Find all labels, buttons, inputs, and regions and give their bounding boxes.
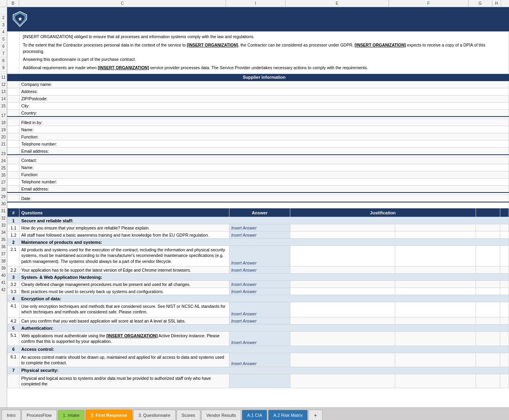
q-6-1-text: An access control matrix should be drawn… — [19, 353, 229, 367]
col-header-g: G — [468, 0, 492, 7]
q-4-1-text: Use only encryption techniques and metho… — [19, 302, 229, 317]
section-1-row: 1 Secure and reliable staff: — [8, 217, 509, 224]
country-row: Country: — [8, 109, 509, 117]
zip-label: ZIP/Postcode: — [19, 95, 509, 102]
row-numbers: 2 3 4 5 6 7 8 9 11 12 13 14 15 17 18 19 … — [0, 7, 7, 407]
intro-line1: [INSERT ORGANIZATION] obliged to ensure … — [23, 34, 254, 39]
q-5-1-answer[interactable]: Insert Answer — [229, 332, 290, 346]
logo-row: ★ — [8, 8, 509, 31]
section-6-label: Access control: — [19, 346, 509, 353]
q-4-2-text: Can you confirm that you web based appli… — [19, 317, 229, 325]
logo-cell: ★ — [8, 8, 509, 31]
col-header-f: F — [389, 0, 468, 7]
email-label-1: Email address: — [19, 148, 509, 155]
section-1-label: Secure and reliable staff: — [19, 217, 509, 224]
function-row-1: Function: — [8, 133, 509, 140]
section-5-row: 5 Authentication: — [8, 325, 509, 332]
intro-line3: Answering this questionnaire is part of … — [23, 56, 505, 63]
telephone-label-2: Telephone number: — [19, 178, 509, 185]
shield-logo-svg: ★ — [12, 11, 28, 27]
num-header: # — [8, 208, 19, 217]
name-row-2: Name: — [8, 164, 509, 171]
q-1-1-row: 1.1 How do you ensure that your employee… — [8, 224, 509, 231]
tab-1-intake[interactable]: 1. Intake — [58, 410, 85, 420]
tab-a2-risk-matrix[interactable]: A.2 Risk Matrix — [268, 410, 308, 420]
section-4-label: Encryption of data: — [19, 295, 509, 302]
q-2-1-row: 2.1 All products and systems used for th… — [8, 246, 509, 266]
email-row-2: Email address: — [8, 185, 509, 192]
company-name-row: Company name: — [8, 81, 509, 88]
filled-in-row: Filled in by: — [8, 119, 509, 126]
zip-row: ZIP/Postcode: — [8, 95, 509, 102]
tab-vendor-results[interactable]: Vendor Results — [201, 410, 241, 420]
sheet-body: 2 3 4 5 6 7 8 9 11 12 13 14 15 17 18 19 … — [0, 7, 509, 407]
q-1-2-row: 1.2 All staff have followed a basic awar… — [8, 231, 509, 239]
section-3-label: System- & Web Application Hardening: — [19, 274, 509, 281]
q-1-1-answer[interactable]: Insert Answer — [229, 224, 290, 231]
supplier-info-header-row: Supplier information — [8, 74, 509, 81]
q-2-2-answer[interactable]: Insert Answer — [229, 266, 290, 274]
name-label-1: Name: — [19, 126, 509, 133]
col-header-e: E — [286, 0, 389, 7]
q-2-1-answer[interactable]: Insert Answer — [229, 246, 290, 266]
address-row: Address: — [8, 88, 509, 95]
empty-row-24 — [8, 202, 509, 208]
tab-a1-cia[interactable]: A.1 CIA — [242, 410, 267, 420]
col-header-b: B — [7, 0, 19, 7]
q-3-3-answer[interactable]: Insert Answer — [229, 288, 290, 295]
tab-scores[interactable]: Scores — [177, 410, 200, 420]
q-7-1-text: Physical and logical access to systems a… — [19, 374, 229, 388]
function-label-1: Function: — [19, 133, 509, 140]
intro-row: [INSERT ORGANIZATION] obliged to ensure … — [8, 31, 509, 74]
q-5-1-text: Web applications must authenticate using… — [19, 332, 229, 346]
telephone-row-1: Telephone number: — [8, 140, 509, 148]
section-7-label: Physical security: — [19, 367, 509, 374]
section-3-row: 3 System- & Web Application Hardening: — [8, 274, 509, 281]
col-header-h: H — [492, 0, 501, 7]
q-2-2-row: 2.2 Your application has to be support t… — [8, 266, 509, 274]
section-2-label: Maintenance of products and systems: — [19, 239, 509, 246]
answer-header: Answer — [229, 208, 290, 217]
name-label-2: Name: — [19, 164, 509, 171]
q-7-1-row: Physical and logical access to systems a… — [8, 374, 509, 388]
telephone-row-2: Telephone number: — [8, 178, 509, 185]
email-label-2: Email address: — [19, 185, 509, 192]
address-label: Address: — [19, 88, 509, 95]
column-headers: B C I E F G H — [0, 0, 509, 7]
q-1-2-answer[interactable]: Insert Answer — [229, 231, 290, 239]
justification-header: Justification — [290, 208, 476, 217]
city-row: City: — [8, 102, 509, 109]
q-4-1-answer[interactable]: Insert Answer — [229, 302, 290, 317]
q-3-2-answer[interactable]: Insert Answer — [229, 281, 290, 288]
tab-3-questionnaire[interactable]: 3. Questionnaire — [133, 410, 176, 420]
q-5-1-row: 5.1 Web applications must authenticate u… — [8, 332, 509, 346]
q-3-3-text: Best practices must be used to securely … — [19, 288, 229, 295]
tab-processflow[interactable]: ProcessFlow — [21, 410, 57, 420]
main-table: ★ [INSERT ORGANIZATION] obliged to ensur… — [7, 7, 509, 388]
tab-2-first-response[interactable]: 2. First Response — [85, 410, 132, 420]
country-label: Country: — [19, 109, 509, 117]
spreadsheet-container: B C I E F G H 2 3 4 5 6 7 8 9 11 12 13 1… — [0, 0, 509, 420]
section-2-row: 2 Maintenance of products and systems: — [8, 239, 509, 246]
intro-line4: Additional requirements are made when [I… — [23, 65, 505, 71]
q-3-2-text: Clearly defined change management proced… — [19, 281, 229, 288]
company-name-label: Company name: — [19, 81, 509, 88]
q-1-2-text: All staff have followed a basic awarenes… — [19, 231, 229, 239]
questions-header-label: Questions — [19, 208, 229, 217]
section-5-label: Authentication: — [19, 325, 509, 332]
section-7-row: 7 Physical security: — [8, 367, 509, 374]
q-3-3-row: 3.3 Best practices must be used to secur… — [8, 288, 509, 295]
contact-row: Contact: — [8, 157, 509, 164]
tab-add[interactable]: + — [309, 410, 322, 420]
intro-line2: To the extent that the Contractor proces… — [23, 42, 505, 55]
q-6-1-answer[interactable]: Insert Answer — [229, 353, 290, 367]
tab-intro[interactable]: Intro — [2, 410, 21, 420]
intro-text-cell: [INSERT ORGANIZATION] obliged to ensure … — [19, 31, 509, 74]
email-row-1: Email address: — [8, 148, 509, 155]
col-header-c: C — [19, 0, 226, 7]
supplier-info-header: Supplier information — [19, 74, 509, 81]
col-header-i: I — [226, 0, 286, 7]
q-4-2-answer[interactable]: Insert Answer — [229, 317, 290, 325]
section-6-row: 6 Access control: — [8, 346, 509, 353]
q-3-2-row: 3.2 Clearly defined change management pr… — [8, 281, 509, 288]
